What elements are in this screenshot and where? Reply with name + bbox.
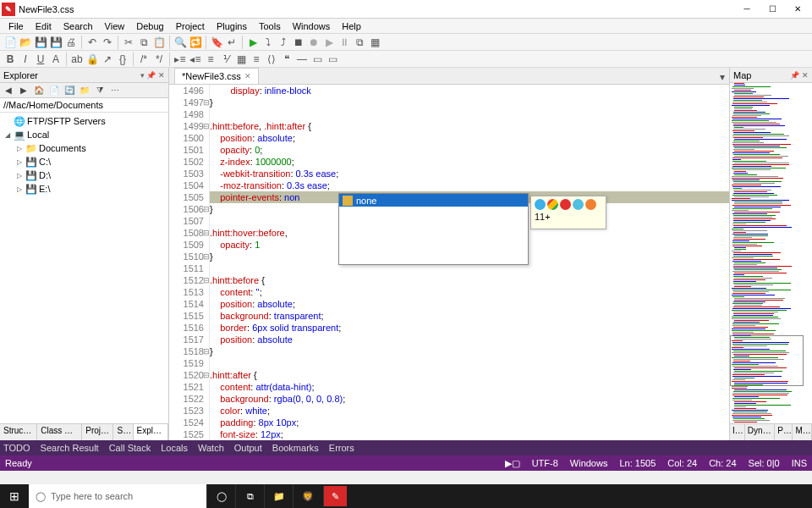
numlist-icon[interactable]: ⅟ [219, 52, 233, 66]
code-line[interactable]: font-size: 12px; [210, 428, 729, 440]
nowrap-icon[interactable]: ▭ [326, 52, 339, 66]
stepover-icon[interactable]: ⤴ [277, 36, 290, 49]
map-pin-icon[interactable]: 📌 ✕ [790, 71, 809, 80]
bold-icon[interactable]: B [3, 52, 17, 66]
save-icon[interactable]: 💾 [34, 36, 47, 49]
minimap[interactable] [730, 83, 812, 423]
outdent-icon[interactable]: ◂≡ [189, 52, 202, 66]
image-icon[interactable]: ▭ [310, 52, 324, 66]
file-tree[interactable]: 🌐FTP/SFTP Servers◢💻Local▷📁Documents▷💾C:\… [0, 113, 168, 423]
taskview-icon[interactable]: ⧉ [235, 484, 264, 508]
code-line[interactable]: color: white; [210, 405, 729, 417]
menu-edit[interactable]: Edit [30, 20, 57, 32]
taskbar-search[interactable]: ◯ Type here to search [29, 484, 206, 508]
code-line[interactable]: display: inline-block [210, 85, 729, 97]
code-line[interactable]: -moz-transition: 0.3s ease; [210, 179, 729, 191]
code-line[interactable]: background: rgba(0, 0, 0, 0.8); [210, 393, 729, 405]
code-line[interactable]: ⊟} [210, 345, 729, 357]
build-icon[interactable]: ⧉ [353, 36, 366, 49]
bottom-tab-search-result[interactable]: Search Result [41, 443, 99, 453]
autocomplete-popup[interactable]: none [338, 193, 529, 265]
record-icon[interactable]: ⏺ [307, 36, 321, 49]
left-tab[interactable]: Structu… [0, 424, 37, 440]
tree-node[interactable]: ▷💾C:\ [0, 155, 168, 168]
run-icon[interactable]: ▶ [246, 36, 260, 49]
tab-close-icon[interactable]: ✕ [244, 72, 251, 80]
pin-icon[interactable]: ▾ 📌 ✕ [140, 71, 165, 80]
wrap-icon[interactable]: ↵ [225, 36, 239, 49]
bottom-tab-output[interactable]: Output [234, 443, 262, 453]
status-os[interactable]: Windows [570, 458, 608, 468]
fwd-icon[interactable]: ▶ [17, 84, 30, 97]
code-line[interactable]: padding: 8px 10px; [210, 417, 729, 428]
code-line[interactable]: content: ''; [210, 286, 729, 298]
code-line[interactable]: position: absolute [210, 334, 729, 345]
bottom-tab-errors[interactable]: Errors [329, 443, 354, 453]
cut-icon[interactable]: ✂ [122, 36, 135, 49]
code-line[interactable]: background: transparent; [210, 310, 729, 322]
copy-icon[interactable]: ⧉ [137, 36, 151, 49]
bottom-tab-bookmarks[interactable]: Bookmarks [272, 443, 319, 453]
paste-icon[interactable]: 📋 [152, 36, 166, 49]
justify-icon[interactable]: ≡ [250, 52, 263, 66]
code-line[interactable]: border: 6px solid transparent; [210, 322, 729, 334]
explorer-path[interactable]: //Mac/Home/Documents [0, 98, 168, 113]
code-line[interactable]: position: absolute; [210, 298, 729, 310]
right-tab[interactable]: Dyna… [745, 424, 775, 440]
hr-icon[interactable]: — [295, 52, 309, 66]
debug-icon[interactable]: ▶ [322, 36, 336, 49]
right-tab[interactable]: M… [793, 424, 812, 440]
code-icon[interactable]: ⟨⟩ [265, 52, 278, 66]
underline-icon[interactable]: U [34, 52, 47, 66]
left-tab[interactable]: Proje… [82, 424, 113, 440]
cortana-icon[interactable]: ◯ [206, 484, 235, 508]
menu-search[interactable]: Search [58, 20, 98, 32]
lock-icon[interactable]: 🔒 [85, 52, 99, 66]
code-line[interactable]: position: absolute; [210, 132, 729, 144]
editor-tab[interactable]: *NewFile3.css ✕ [174, 68, 259, 84]
bottom-tab-todo[interactable]: TODO [3, 443, 30, 453]
bottom-tab-locals[interactable]: Locals [161, 443, 188, 453]
table-ic[interactable]: ▦ [234, 52, 248, 66]
link-icon[interactable]: A [49, 52, 63, 66]
replace-icon[interactable]: 🔁 [189, 36, 202, 49]
code-line[interactable]: ⊟.hintt:before { [210, 274, 729, 286]
tree-node[interactable]: ◢💻Local [0, 128, 168, 141]
tree-node[interactable]: 🌐FTP/SFTP Servers [0, 114, 168, 128]
code-line[interactable] [210, 357, 729, 369]
maximize-button[interactable]: ☐ [760, 0, 785, 19]
redo-icon[interactable]: ↷ [101, 36, 114, 49]
newf-icon[interactable]: 📄 [47, 84, 61, 97]
menu-view[interactable]: View [100, 20, 130, 32]
left-tab[interactable]: Explor… [134, 424, 168, 440]
comment-icon[interactable]: /* [137, 52, 151, 66]
bookmark-icon[interactable]: 🔖 [210, 36, 223, 49]
menu-tools[interactable]: Tools [254, 20, 286, 32]
status-ins[interactable]: INS [792, 458, 807, 468]
list-icon[interactable]: ≡ [204, 52, 217, 66]
italic-icon[interactable]: I [19, 52, 32, 66]
new-icon[interactable]: 📄 [3, 36, 17, 49]
start-button[interactable]: ⊞ [0, 484, 29, 508]
uncomment-icon[interactable]: */ [152, 52, 166, 66]
menu-project[interactable]: Project [171, 20, 210, 32]
right-tab[interactable]: I… [730, 424, 745, 440]
app-taskbar-icon[interactable]: ✎ [323, 486, 347, 506]
status-play-icon[interactable]: ▶▢ [505, 458, 520, 469]
code-line[interactable]: -webkit-transition: 0.3s ease; [210, 168, 729, 179]
left-tab[interactable]: Class Vie… [37, 424, 82, 440]
tree-node[interactable]: ▷📁Documents [0, 141, 168, 155]
open-icon[interactable]: 📂 [19, 36, 32, 49]
arrow-icon[interactable]: ↗ [101, 52, 114, 66]
grid-icon[interactable]: ▦ [368, 36, 381, 49]
stop-icon[interactable]: ⏹ [292, 36, 305, 49]
right-tab[interactable]: P… [775, 424, 793, 440]
home-icon[interactable]: 🏠 [32, 84, 46, 97]
back-icon[interactable]: ◀ [2, 84, 15, 97]
bottom-tab-call-stack[interactable]: Call Stack [109, 443, 151, 453]
bottom-tab-watch[interactable]: Watch [198, 443, 224, 453]
tree-node[interactable]: ▷💾E:\ [0, 182, 168, 196]
left-tab[interactable]: S… [113, 424, 133, 440]
menu-file[interactable]: File [3, 20, 29, 32]
brace-icon[interactable]: {} [116, 52, 129, 66]
